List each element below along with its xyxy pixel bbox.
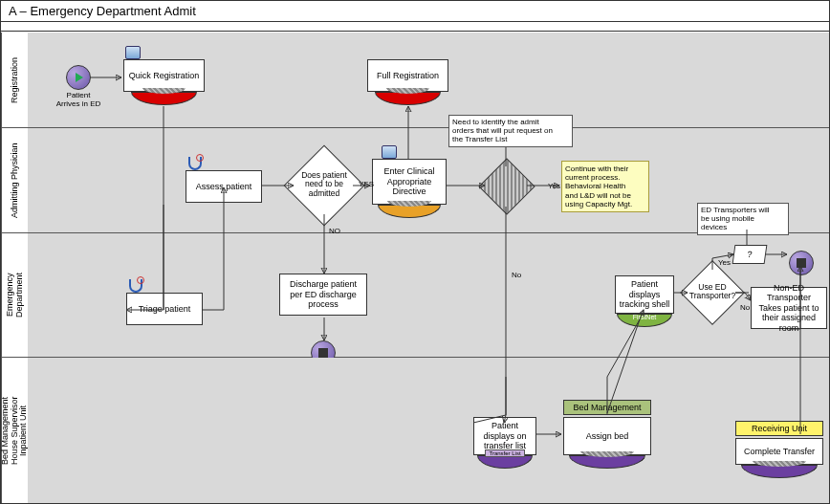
full-registration-base [375, 92, 441, 105]
quick-registration-base [131, 92, 197, 105]
edge-yes-2: Yes [548, 182, 560, 190]
note-transporters: ED Transporters will be using mobile dev… [697, 203, 789, 235]
decision-admit [284, 145, 365, 227]
lane-registration: Registration Patient Arrives in ED Quick… [1, 33, 829, 128]
triage-patient: Triage patient [126, 293, 203, 325]
edge-yes-1: YES [359, 180, 374, 188]
swimlanes: Registration Patient Arrives in ED Quick… [1, 33, 829, 503]
stethoscope-icon [188, 157, 202, 170]
lane-label-ed: Emergency Department [1, 233, 28, 357]
tracking-shell: Patient displays tracking shell [615, 275, 674, 314]
receiving-unit-header: Receiving Unit [735, 421, 823, 436]
transfer-list-system: Transfer List [485, 449, 525, 457]
question-box: ? [732, 245, 768, 264]
stethoscope-icon [129, 279, 142, 293]
complete-transfer-base [741, 465, 818, 478]
edge-no-2: No [512, 271, 521, 279]
quick-registration: Quick Registration [123, 59, 205, 92]
note-admit-orders: Need to identify the admit orders that w… [448, 115, 573, 147]
assess-patient: Assess patient [186, 170, 262, 203]
lane-label-physician: Admitting Physician [1, 128, 28, 232]
start-event [66, 65, 91, 90]
edge-no-3: No [740, 303, 750, 312]
note-continue: Continue with their current process. Beh… [561, 161, 649, 212]
sub-bar [1, 22, 829, 32]
edge-no-1: NO [329, 227, 340, 235]
assign-bed-base [569, 455, 645, 469]
diagram-page: A – Emergency Department Admit Registrat… [0, 0, 830, 504]
page-title: A – Emergency Department Admit [1, 1, 829, 22]
computer-icon [382, 145, 397, 159]
lane-bed-management: Bed Management House Supervisor Inpatien… [1, 358, 829, 503]
non-ed-transporter: Non-ED Transporter Takes patient to thei… [751, 287, 827, 329]
decision-transporter [680, 260, 745, 325]
decision-hatched [478, 158, 535, 214]
discharge-process: Discharge patient per ED discharge proce… [279, 274, 367, 316]
enter-directive: Enter Clinical Appropriate Directive [372, 159, 447, 205]
lane-label-registration: Registration [1, 33, 28, 127]
lane-emergency-department: Emergency Department Triage patient Disc… [1, 233, 829, 358]
start-label: Patient Arrives in ED [55, 92, 102, 109]
lane-label-bed: Bed Management House Supervisor Inpatien… [1, 358, 28, 503]
transfer-list-base [477, 455, 533, 469]
enter-directive-base [378, 205, 441, 218]
bed-management-header: Bed Management [563, 400, 651, 415]
computer-icon [125, 46, 141, 59]
edge-yes-3: Yes [718, 258, 731, 267]
full-registration: Full Registration [367, 59, 448, 92]
assign-bed: Assign bed [563, 417, 651, 455]
end-event-main [789, 251, 814, 275]
tracking-system-label: FirstNet [622, 314, 666, 320]
